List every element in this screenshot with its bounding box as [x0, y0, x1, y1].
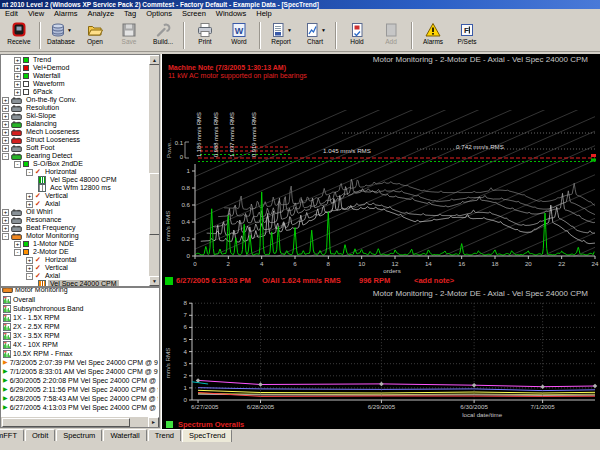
band-item-10-5x-rpm-fmax[interactable]: 10.5X RPM - Fmax [2, 349, 158, 358]
expand-icon[interactable]: + [14, 65, 21, 72]
toolbar-button-chart[interactable]: ▼Chart [299, 21, 331, 50]
menu-item-alarms[interactable]: Alarms [49, 9, 82, 19]
measurement-item[interactable]: ▶6/28/2005 7:58:43 AM Vel Spec 24000 CPM… [2, 394, 158, 403]
expand-icon[interactable]: + [14, 241, 21, 248]
menu-item-screen[interactable]: Screen [177, 9, 211, 19]
spectrum-chart[interactable]: 1.186 mm/s RMS0.988 mm/s RMS1.037 mm/s R… [161, 54, 600, 288]
dropdown-arrow-icon[interactable]: ▼ [287, 27, 292, 33]
tree-item-acc-wfm-12800-ms[interactable]: Acc Wfm 12800 ms [2, 184, 147, 192]
expand-icon[interactable]: + [2, 97, 9, 104]
collapse-icon[interactable]: - [2, 153, 9, 160]
measurement-item[interactable]: ▶6/27/2005 4:13:03 PM Vel Spec 24000 CPM… [2, 403, 158, 412]
toolbar-button-build[interactable]: Build... [147, 21, 179, 50]
toolbar-button-open[interactable]: Open [79, 21, 111, 50]
collapse-icon[interactable]: - [2, 233, 9, 240]
toolbar-button-database[interactable]: ▼Database [45, 21, 77, 50]
tree-item-oil-whirl[interactable]: +Oil Whirl [2, 208, 147, 216]
toolbar-button-word[interactable]: WWord [223, 21, 255, 50]
toolbar-button-add[interactable]: Add [375, 21, 407, 50]
tree-item-2-motor-de[interactable]: -2-Motor DE [2, 248, 147, 256]
expand-icon[interactable]: + [14, 73, 21, 80]
scroll-right-icon[interactable]: ► [148, 417, 159, 428]
toolbar-button-receive[interactable]: Receive [3, 21, 35, 50]
trend-chart[interactable]: 0123456786/27/20056/28/20056/29/20056/30… [161, 288, 600, 419]
expand-icon[interactable]: + [2, 121, 9, 128]
spectrum-plot[interactable]: 1.186 mm/s RMS0.988 mm/s RMS1.037 mm/s R… [162, 54, 600, 288]
tree-item-waveform[interactable]: +Waveform [2, 80, 147, 88]
tree-item-struct-looseness[interactable]: +Struct Looseness [2, 136, 147, 144]
menu-item-options[interactable]: Options [141, 9, 177, 19]
expand-icon[interactable]: + [2, 113, 9, 120]
expand-icon[interactable]: + [2, 145, 9, 152]
tree-item-vertical[interactable]: +✓Vertical [2, 264, 147, 272]
collapse-icon[interactable]: - [26, 273, 33, 280]
tab-spectrum[interactable]: Spectrum [56, 429, 102, 441]
tree-item-horizontal[interactable]: -✓Horizontal [2, 168, 147, 176]
expand-icon[interactable]: + [2, 217, 9, 224]
tree-item-vertical[interactable]: +✓Vertical [2, 192, 147, 200]
add-note-link[interactable]: <add note> [414, 276, 454, 285]
tab-waterfall[interactable]: Waterfall [103, 429, 146, 441]
band-item-1x-1-5x-rpm[interactable]: 1X - 1.5X RPM [2, 313, 158, 322]
measurement-item[interactable]: ▶7/1/2005 8:33:01 AM Vel Spec 24000 CPM … [2, 367, 158, 376]
expand-icon[interactable]: + [26, 193, 33, 200]
toolbar-button-print[interactable]: Print [189, 21, 221, 50]
tree-item-motor-monitoring[interactable]: -Motor Monitoring [2, 232, 147, 240]
tree-item-vel-spec-24000-cpm[interactable]: Vel Spec 24000 CPM [2, 280, 147, 286]
expand-icon[interactable]: + [26, 265, 33, 272]
expand-icon[interactable]: + [2, 129, 9, 136]
tree-item-on-the-fly-conv[interactable]: +On-the-fly Conv. [2, 96, 147, 104]
scrollbar-thumb[interactable] [2, 418, 130, 427]
band-item-subsynchronous-band[interactable]: Subsynchronous Band [2, 304, 158, 313]
tab-orbit[interactable]: Orbit [25, 429, 55, 441]
scroll-up-icon[interactable]: ▲ [149, 55, 160, 65]
menu-item-help[interactable]: Help [251, 9, 276, 19]
toolbar-button-p-sets[interactable]: FP/Sets [451, 21, 483, 50]
scrollbar-thumb[interactable] [149, 173, 160, 235]
toolbar-button-report[interactable]: ▼Report [265, 21, 297, 50]
band-item-overall[interactable]: Overall [2, 295, 158, 304]
expand-icon[interactable]: + [26, 201, 33, 208]
scroll-down-icon[interactable]: ▼ [149, 276, 160, 286]
tree-item-horizontal[interactable]: +✓Horizontal [2, 256, 147, 264]
tree-item-vel-demod[interactable]: +Vel+Demod [2, 64, 147, 72]
menu-item-view[interactable]: View [23, 9, 49, 19]
dropdown-arrow-icon[interactable]: ▼ [67, 27, 72, 33]
tree-item-6pack[interactable]: +6Pack [2, 88, 147, 96]
tree-item-bearing-detect[interactable]: -Bearing Detect [2, 152, 147, 160]
band-item-4x-10x-rpm[interactable]: 4X - 10X RPM [2, 340, 158, 349]
toolbar-button-alarms[interactable]: Alarms [417, 21, 449, 50]
collapse-icon[interactable]: - [26, 169, 33, 176]
tab-trend[interactable]: Trend [148, 429, 181, 441]
band-item-2x-2-5x-rpm[interactable]: 2X - 2.5X RPM [2, 322, 158, 331]
tree-item-mech-looseness[interactable]: +Mech Looseness [2, 128, 147, 136]
menu-item-tag[interactable]: Tag [119, 9, 141, 19]
toolbar-button-hold[interactable]: Hold [341, 21, 373, 50]
tree-item-beat-frequency[interactable]: +Beat Frequency [2, 224, 147, 232]
trend-plot[interactable]: 0123456786/27/20056/28/20056/29/20056/30… [162, 288, 600, 419]
tree-item-axial[interactable]: -✓Axial [2, 272, 147, 280]
expand-icon[interactable]: + [26, 257, 33, 264]
expand-icon[interactable]: + [14, 57, 21, 64]
menu-item-edit[interactable]: Edit [0, 9, 23, 19]
tree-item-resolution[interactable]: +Resolution [2, 104, 147, 112]
window-titlebar[interactable]: nt 2010 Level 2 (Windows XP Service Pack… [0, 0, 600, 9]
expand-icon[interactable]: + [2, 209, 9, 216]
tree-item-trend[interactable]: +Trend [2, 56, 147, 64]
tree-item-resonance[interactable]: +Resonance [2, 216, 147, 224]
tree-item-waterfall[interactable]: +Waterfall [2, 72, 147, 80]
expand-icon[interactable]: + [2, 105, 9, 112]
expand-icon[interactable]: + [2, 225, 9, 232]
expand-icon[interactable]: + [14, 89, 21, 96]
tree-item-axial[interactable]: +✓Axial [2, 200, 147, 208]
expand-icon[interactable]: + [14, 81, 21, 88]
dropdown-arrow-icon[interactable]: ▼ [321, 27, 326, 33]
measurement-item[interactable]: ▶6/30/2005 2:20:08 PM Vel Spec 24000 CPM… [2, 376, 158, 385]
measurement-item[interactable]: ▶7/3/2005 2:07:39 PM Vel Spec 24000 CPM … [2, 358, 158, 367]
list-horizontal-scrollbar[interactable]: ► [1, 416, 159, 427]
toolbar-button-save[interactable]: Save [113, 21, 145, 50]
expand-icon[interactable]: + [2, 137, 9, 144]
tree-item-ski-slope[interactable]: +Ski-Slope [2, 112, 147, 120]
collapse-icon[interactable]: - [14, 249, 21, 256]
tree-item-balancing[interactable]: +Balancing [2, 120, 147, 128]
